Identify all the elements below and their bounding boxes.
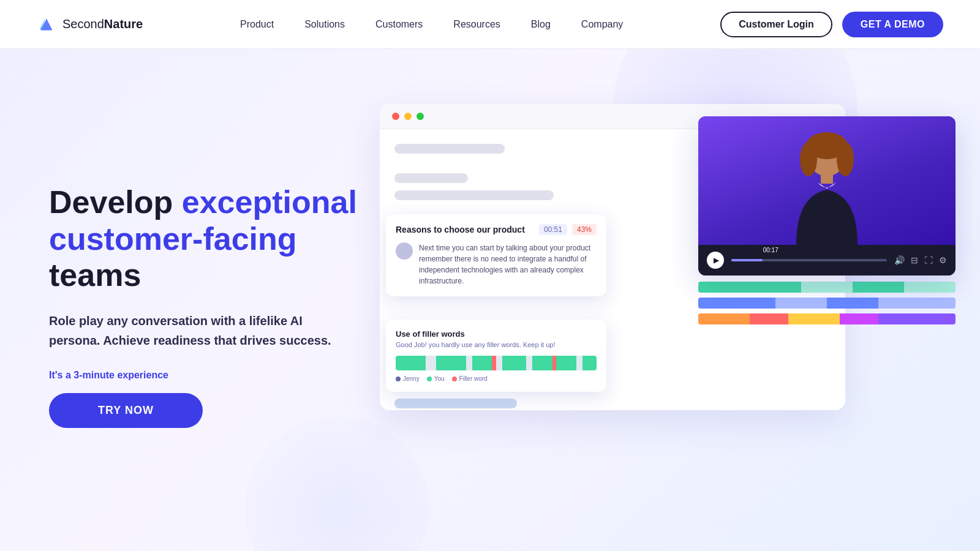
nav-item-company[interactable]: Company xyxy=(581,19,623,30)
info-card-meta: 00:51 43% xyxy=(539,224,597,235)
side-bar-blue xyxy=(698,298,956,309)
hero-title: Develop exceptional customer-facing team… xyxy=(49,184,368,294)
skeleton-bar-3 xyxy=(394,190,554,200)
window-dot-red xyxy=(392,113,399,120)
info-card-time: 00:51 xyxy=(539,224,567,235)
legend-filler: Filler word xyxy=(452,375,488,382)
hero-subtitle: Role play any conversation with a lifeli… xyxy=(49,311,343,350)
window-dot-yellow xyxy=(404,113,412,120)
window-dot-green xyxy=(417,113,424,120)
person-silhouette xyxy=(784,129,870,245)
cta-label[interactable]: It's a 3-minute experience xyxy=(49,370,368,381)
svg-point-8 xyxy=(832,152,837,157)
navbar: SecondNature Product Solutions Customers… xyxy=(0,0,980,49)
fullscreen-icon[interactable]: ⛶ xyxy=(924,255,933,265)
progress-fill xyxy=(731,259,763,261)
legend-dot-you xyxy=(427,377,432,381)
play-icon: ▶ xyxy=(714,256,719,264)
hero-content: Develop exceptional customer-facing team… xyxy=(49,184,368,428)
video-time-badge: 00:17 xyxy=(760,246,782,255)
nav-item-solutions[interactable]: Solutions xyxy=(304,19,345,30)
info-card-header: Reasons to choose our product 00:51 43% xyxy=(396,224,597,235)
video-controls: ▶ 00:17 🔊 ⊟ ⛶ ⚙ xyxy=(698,245,956,276)
info-card: Reasons to choose our product 00:51 43% … xyxy=(386,214,606,296)
video-progress-bar[interactable]: 00:17 xyxy=(731,259,887,261)
login-button[interactable]: Customer Login xyxy=(720,12,832,37)
skeleton-bar-2 xyxy=(394,173,468,183)
legend-dot-filler xyxy=(452,377,457,381)
video-person xyxy=(698,116,956,245)
try-now-button[interactable]: TRY NOW xyxy=(49,393,203,428)
legend-jenny: Jenny xyxy=(396,375,420,382)
video-control-icons: 🔊 ⊟ ⛶ ⚙ xyxy=(894,255,947,265)
play-button[interactable]: ▶ xyxy=(707,252,724,269)
side-bar-mixed xyxy=(698,313,956,324)
svg-point-4 xyxy=(800,142,817,176)
hero-illustration: AI score 87 Reasons to choose our produc… xyxy=(368,86,931,527)
nav-item-product[interactable]: Product xyxy=(240,19,274,30)
demo-button[interactable]: GET A DEMO xyxy=(842,12,943,37)
filler-card: Use of filler words Good Job! you hardly… xyxy=(386,320,606,392)
hero-section: Develop exceptional customer-facing team… xyxy=(0,49,980,551)
logo-text: SecondNature xyxy=(62,17,143,31)
svg-point-5 xyxy=(837,142,854,176)
logo[interactable]: SecondNature xyxy=(37,15,143,34)
settings-icon[interactable]: ⚙ xyxy=(939,255,947,265)
filler-card-subtitle: Good Job! you hardly use any filler word… xyxy=(396,341,597,348)
svg-rect-6 xyxy=(821,173,833,184)
caption-icon[interactable]: ⊟ xyxy=(911,255,918,265)
side-bars xyxy=(698,282,956,329)
info-card-title: Reasons to choose our product xyxy=(396,225,525,234)
main-nav: Product Solutions Customers Resources Bl… xyxy=(240,19,623,30)
skeleton-bar-1 xyxy=(394,144,505,154)
nav-item-blog[interactable]: Blog xyxy=(531,19,551,30)
filler-legend: Jenny You Filler word xyxy=(396,375,597,382)
volume-icon[interactable]: 🔊 xyxy=(894,255,905,265)
info-card-percent: 43% xyxy=(572,224,597,235)
side-bar-green xyxy=(698,282,956,293)
filler-timeline xyxy=(396,356,597,370)
logo-icon xyxy=(37,15,56,34)
filler-card-title: Use of filler words xyxy=(396,329,597,339)
info-card-body: Next time you can start by talking about… xyxy=(396,242,597,287)
info-card-avatar xyxy=(396,242,413,260)
skeleton-bar-5 xyxy=(394,399,517,408)
legend-you: You xyxy=(427,375,445,382)
svg-point-7 xyxy=(817,152,822,157)
nav-item-customers[interactable]: Customers xyxy=(375,19,423,30)
navbar-actions: Customer Login GET A DEMO xyxy=(720,12,943,37)
video-panel: ▶ 00:17 🔊 ⊟ ⛶ ⚙ xyxy=(698,116,956,276)
info-card-text: Next time you can start by talking about… xyxy=(419,242,597,287)
nav-item-resources[interactable]: Resources xyxy=(453,19,500,30)
legend-dot-jenny xyxy=(396,377,401,381)
